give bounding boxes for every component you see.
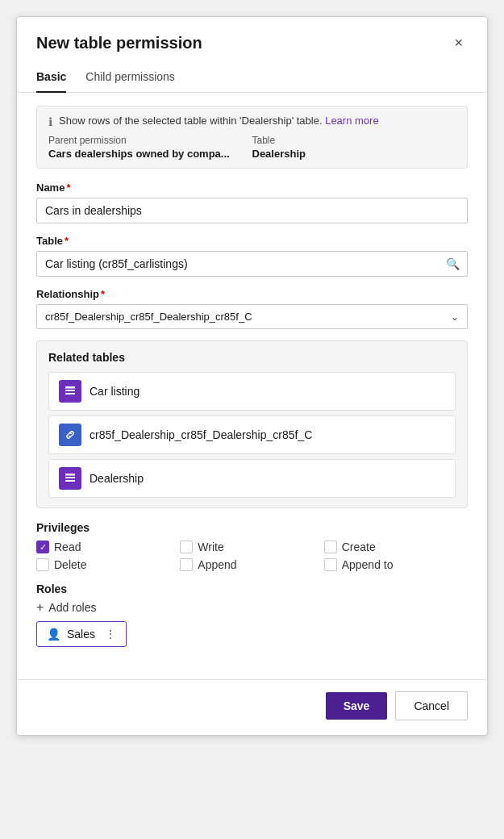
- relationship-field-group: Relationship* cr85f_Dealership_cr85f_Dea…: [36, 288, 468, 329]
- svg-rect-0: [65, 386, 75, 389]
- privileges-title: Privileges: [36, 521, 468, 534]
- related-tables-title: Related tables: [48, 351, 456, 364]
- read-checkbox[interactable]: [36, 541, 49, 553]
- privilege-read: Read: [36, 541, 180, 553]
- tab-child-permissions[interactable]: Child permissions: [85, 64, 174, 93]
- related-item-car-listing: Car listing: [48, 372, 456, 411]
- dialog-footer: Save Cancel: [17, 679, 487, 735]
- dialog-header: New table permission ×: [17, 17, 487, 63]
- roles-title: Roles: [36, 582, 468, 595]
- table-icon-dealership: [59, 467, 81, 490]
- table-field-group: Table* 🔍: [36, 235, 468, 277]
- privileges-section: Privileges Read Write Create Delete: [36, 521, 468, 571]
- info-banner: ℹ Show rows of the selected table within…: [36, 106, 468, 169]
- table-col: Table Dealership: [252, 135, 456, 160]
- info-table: Parent permission Cars dealerships owned…: [48, 135, 456, 160]
- svg-rect-1: [65, 390, 75, 391]
- parent-permission-col: Parent permission Cars dealerships owned…: [48, 135, 252, 160]
- svg-rect-4: [65, 477, 75, 478]
- privilege-append-to: Append to: [324, 558, 468, 571]
- write-checkbox[interactable]: [180, 541, 193, 553]
- create-checkbox[interactable]: [324, 541, 337, 553]
- info-text: Show rows of the selected table within '…: [59, 115, 379, 127]
- cancel-button[interactable]: Cancel: [395, 691, 468, 720]
- related-item-relationship: cr85f_Dealership_cr85f_Dealership_cr85f_…: [48, 415, 456, 454]
- plus-icon: +: [36, 600, 44, 615]
- append-checkbox[interactable]: [180, 558, 193, 571]
- tabs-bar: Basic Child permissions: [17, 63, 487, 93]
- info-icon: ℹ: [48, 115, 52, 128]
- dialog-body: ℹ Show rows of the selected table within…: [17, 93, 487, 679]
- related-item-dealership: Dealership: [48, 459, 456, 498]
- person-icon: 👤: [47, 628, 60, 641]
- save-button[interactable]: Save: [326, 692, 388, 720]
- relationship-dropdown: cr85f_Dealership_cr85f_Dealership_cr85f_…: [36, 304, 468, 329]
- privilege-write: Write: [180, 541, 323, 553]
- svg-rect-5: [65, 480, 75, 482]
- roles-section: Roles + Add roles 👤 Sales ⋮: [36, 582, 468, 647]
- table-search-wrapper: 🔍: [36, 251, 468, 277]
- privilege-append: Append: [180, 558, 323, 571]
- role-tag-sales: 👤 Sales ⋮: [36, 621, 127, 647]
- add-roles-button[interactable]: + Add roles: [36, 600, 97, 615]
- name-label: Name*: [36, 182, 468, 194]
- close-button[interactable]: ×: [449, 33, 468, 53]
- learn-more-link[interactable]: Learn more: [325, 115, 378, 127]
- related-tables-section: Related tables Car listing: [36, 340, 468, 508]
- privilege-delete: Delete: [36, 558, 180, 571]
- privileges-grid: Read Write Create Delete Append: [36, 541, 468, 571]
- svg-rect-3: [65, 474, 75, 476]
- search-icon: 🔍: [446, 257, 460, 270]
- link-icon-relationship: [59, 424, 81, 446]
- ellipsis-icon[interactable]: ⋮: [105, 628, 116, 641]
- privilege-create: Create: [324, 541, 468, 553]
- table-icon-car-listing: [59, 380, 81, 403]
- chevron-down-icon: ⌄: [451, 311, 459, 323]
- table-label: Table*: [36, 235, 468, 247]
- relationship-label: Relationship*: [36, 288, 468, 300]
- table-search-input[interactable]: [36, 251, 468, 277]
- append-to-checkbox[interactable]: [324, 558, 337, 571]
- svg-rect-2: [65, 393, 75, 394]
- tab-basic[interactable]: Basic: [36, 64, 66, 93]
- delete-checkbox[interactable]: [36, 558, 49, 571]
- dialog-title: New table permission: [36, 34, 202, 52]
- role-tag-wrapper: 👤 Sales ⋮: [36, 621, 198, 647]
- new-table-permission-dialog: New table permission × Basic Child permi…: [16, 16, 488, 736]
- relationship-dropdown-display[interactable]: cr85f_Dealership_cr85f_Dealership_cr85f_…: [36, 304, 468, 329]
- name-input[interactable]: [36, 198, 468, 223]
- name-field-group: Name*: [36, 182, 468, 223]
